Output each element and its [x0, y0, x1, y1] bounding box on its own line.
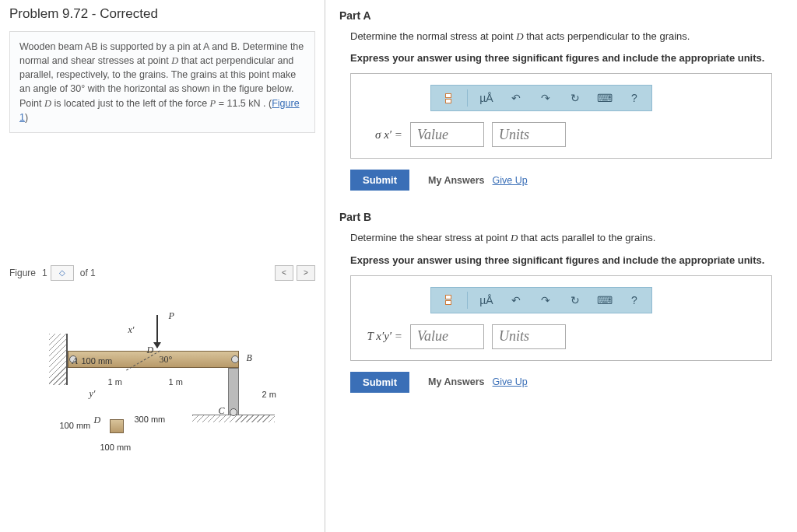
part-a-units-input[interactable]: [492, 122, 566, 147]
part-b-text: Determine the shear stress at point D th…: [350, 231, 783, 245]
dim-100mm-c: 100 mm: [100, 443, 132, 452]
figure-spinner[interactable]: ◇: [51, 265, 74, 281]
dim-2m: 2 m: [262, 390, 276, 399]
part-a-heading: Part A: [339, 9, 783, 22]
my-answers-label-b: My Answers: [428, 376, 484, 387]
part-b-answer-box: µÅ ↶ ↷ ↻ ⌨ ? T x′y′ =: [350, 275, 772, 361]
next-figure-button[interactable]: >: [297, 265, 315, 281]
dim-100mm-b: 100 mm: [60, 421, 91, 430]
label-d: D: [147, 345, 154, 356]
fig-close: ): [25, 112, 28, 123]
part-b-submit-button[interactable]: Submit: [350, 372, 409, 393]
pb-post: that acts parallel to the grains.: [518, 232, 655, 243]
help-icon[interactable]: ?: [623, 89, 645, 107]
dim-1m-b: 1 m: [169, 377, 183, 387]
dim-100mm: 100 mm: [82, 356, 113, 366]
part-a-answer-box: µÅ ↶ ↷ ↻ ⌨ ? σ x′ =: [350, 73, 772, 159]
undo-icon[interactable]: ↶: [505, 89, 527, 107]
figure-area: P x′ y′ A B C D 30° 100 mm 1 m 1 m 2 m 3…: [9, 292, 315, 472]
tb-sep: [467, 292, 468, 309]
give-up-link-b[interactable]: Give Up: [493, 376, 528, 387]
problem-statement: Wooden beam AB is supported by a pin at …: [9, 31, 315, 133]
problem-title: Problem 9.72 - Corrected: [9, 6, 315, 22]
prev-figure-button[interactable]: <: [275, 265, 293, 281]
reset-icon[interactable]: ↻: [564, 89, 586, 107]
dim-1m-a: 1 m: [108, 377, 122, 387]
label-b: B: [247, 352, 252, 364]
label-c: C: [219, 405, 225, 417]
part-a-toolbar: µÅ ↶ ↷ ↻ ⌨ ?: [430, 85, 652, 111]
keyboard-icon[interactable]: ⌨: [594, 89, 616, 107]
beam-diagram: P x′ y′ A B C D 30° 100 mm 1 m 1 m 2 m 3…: [38, 296, 287, 467]
stmt-d: D: [171, 55, 178, 66]
pin-c: [230, 408, 237, 416]
part-a-submit-row: Submit My Answers Give Up: [350, 170, 783, 191]
redo-icon[interactable]: ↷: [535, 89, 556, 107]
figure-nav: Figure 1 ◇ of 1 < >: [9, 265, 315, 281]
part-b-units-input[interactable]: [492, 324, 566, 349]
units-hint-button[interactable]: µÅ: [476, 89, 497, 107]
part-b-heading: Part B: [339, 211, 783, 223]
give-up-link[interactable]: Give Up: [493, 175, 528, 186]
redo-icon[interactable]: ↷: [535, 291, 556, 310]
part-a-instruction: Express your answer using three signific…: [350, 51, 783, 65]
keyboard-icon[interactable]: ⌨: [594, 291, 616, 310]
units-hint-button[interactable]: µÅ: [476, 291, 497, 310]
part-a-value-input[interactable]: [410, 122, 484, 147]
reset-icon[interactable]: ↻: [564, 291, 586, 310]
templates-icon[interactable]: [437, 89, 459, 107]
tb-sep: [467, 89, 468, 107]
left-pane: Problem 9.72 - Corrected Wooden beam AB …: [0, 0, 325, 532]
pin-b: [231, 355, 239, 363]
undo-icon[interactable]: ↶: [505, 291, 527, 310]
help-icon[interactable]: ?: [623, 291, 645, 310]
templates-icon[interactable]: [437, 291, 459, 310]
wall-support: [49, 334, 68, 385]
force-arrow: [156, 315, 158, 348]
pa-d: D: [516, 30, 523, 42]
part-b-submit-row: Submit My Answers Give Up: [350, 372, 783, 393]
stmt-post: is located just to the left of the force: [51, 98, 210, 109]
part-b-instruction: Express your answer using three signific…: [350, 254, 783, 268]
part-a-submit-button[interactable]: Submit: [350, 170, 409, 191]
pb-pre: Determine the shear stress at point: [350, 232, 511, 243]
label-p: P: [169, 310, 174, 322]
figure-current: 1: [42, 268, 47, 278]
label-a: A: [72, 355, 78, 367]
label-x: x′: [128, 324, 135, 336]
pb-d: D: [511, 232, 518, 243]
stmt-d2: D: [44, 98, 51, 109]
part-b-toolbar: µÅ ↶ ↷ ↻ ⌨ ?: [430, 287, 652, 313]
pa-pre: Determine the normal stress at point: [350, 30, 516, 42]
part-a-input-row: σ x′ =: [360, 122, 762, 147]
tau-label: T x′y′ =: [360, 330, 402, 343]
figure-label: Figure: [9, 268, 36, 278]
cross-section: [110, 419, 124, 433]
figure-of: of 1: [80, 268, 96, 278]
part-a-text: Determine the normal stress at point D t…: [350, 30, 783, 44]
label-d2: D: [94, 415, 101, 426]
my-answers-label: My Answers: [428, 175, 484, 186]
dim-300mm: 300 mm: [135, 415, 166, 424]
label-30: 30°: [160, 354, 173, 366]
label-y: y′: [90, 388, 96, 400]
part-b-value-input[interactable]: [410, 324, 484, 349]
part-b-input-row: T x′y′ =: [360, 324, 762, 349]
sigma-label: σ x′ =: [360, 128, 402, 142]
right-pane: Part A Determine the normal stress at po…: [325, 0, 797, 532]
p-eq: = 11.5 kN .: [216, 98, 269, 109]
pa-post: that acts perpendicular to the grains.: [524, 30, 690, 42]
